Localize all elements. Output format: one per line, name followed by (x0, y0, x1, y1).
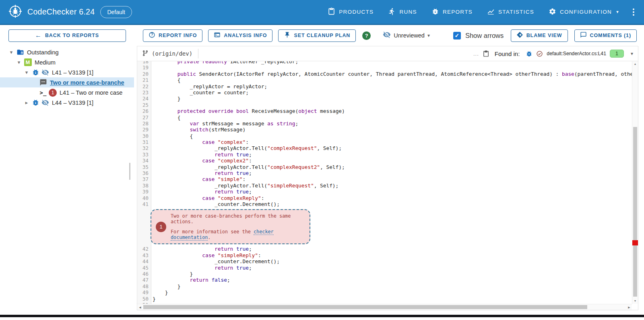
tree-row[interactable]: Two or more case-branche (0, 77, 134, 87)
line-number: 19 (137, 64, 151, 71)
app-brand[interactable]: CodeChecker 6.24 (8, 4, 95, 20)
nav-item-statistics[interactable]: STATISTICS (487, 8, 534, 17)
back-to-reports-button[interactable]: ← BACK TO REPORTS (8, 29, 126, 42)
code-line: 48 } (137, 283, 632, 289)
tree-row[interactable]: >_1L41 – Two or more case (0, 87, 134, 98)
code-line: 46 } (137, 271, 632, 277)
nav-item-label: STATISTICS (498, 9, 534, 15)
tree-row[interactable]: ▾MMedium (0, 57, 134, 67)
more-menu-icon[interactable] (631, 7, 636, 17)
set-cleanup-plan-button[interactable]: SET CLEANUP PLAN (278, 29, 356, 42)
scroll-up-arrow-icon[interactable]: ▲ (632, 61, 638, 67)
code-text: } (151, 271, 193, 277)
vertical-scrollbar[interactable]: ▲ ▼ (632, 61, 638, 304)
line-number: 42 (137, 246, 151, 252)
nav-item-runs[interactable]: RUNS (388, 8, 417, 17)
chevron-down-icon[interactable]: ▾ (7, 49, 15, 55)
help-circle-icon (149, 31, 155, 39)
git-branch-icon (142, 50, 149, 58)
show-arrows-checkbox-group[interactable]: ✓ Show arrows (453, 32, 504, 39)
line-number: 32 (137, 145, 151, 151)
scroll-left-arrow-icon[interactable]: ◀ (137, 304, 143, 310)
scroll-down-arrow-icon[interactable]: ▼ (632, 298, 638, 304)
runs-icon (388, 8, 396, 17)
code-line: 43 case "simpleReply": (137, 252, 632, 258)
folder-lock-icon (15, 48, 25, 56)
code-line: 30 { (137, 133, 632, 139)
code-text: switch(strMessage) (151, 127, 246, 133)
code-text: _replyActor.Tell("complexRequest2", Self… (151, 164, 345, 170)
code-text: private readonly IActorRef _replyActor; (151, 61, 298, 64)
configuration-icon (549, 8, 556, 17)
code-line: 44 _counter.Decrement(); (137, 258, 632, 264)
code-text: _replyActor.Tell("simpleRequest", Self); (151, 183, 339, 189)
comments-button[interactable]: COMMENTS (1) (574, 29, 637, 42)
line-number: 44 (137, 258, 151, 264)
product-badge[interactable]: Default (100, 6, 132, 18)
report-info-button[interactable]: REPORT INFO (143, 29, 202, 42)
code-text: } (151, 283, 180, 289)
chevron-down-icon[interactable]: ▾ (23, 69, 31, 75)
nav-item-products[interactable]: PRODUCTS (328, 8, 374, 17)
report-count-badge[interactable]: 1 (610, 50, 624, 58)
line-number: 41 (137, 201, 151, 207)
code-text (151, 64, 153, 71)
review-status-select[interactable]: Unreviewed ▾ (383, 31, 430, 40)
code-panel: (origin/dev) ... Found in: default:Sende… (137, 46, 638, 310)
scroll-right-arrow-icon[interactable]: ▶ (626, 304, 632, 310)
red-badge-icon: 1 (48, 89, 58, 97)
code-text: { (151, 114, 180, 121)
horizontal-scrollbar-thumb[interactable] (143, 305, 587, 309)
line-number: 31 (137, 139, 151, 145)
pin-icon (284, 31, 291, 39)
copy-path-icon[interactable] (483, 50, 489, 57)
found-in-file[interactable]: default:SenderActor.cs:L41 (547, 51, 606, 56)
codechecker-logo-icon (8, 4, 23, 20)
reports-icon (431, 8, 439, 17)
analysis-info-button[interactable]: ANALYSIS INFO (208, 29, 272, 42)
review-status-value: Unreviewed (394, 32, 425, 39)
tree-row[interactable]: ▾L41 – V3139 [1] (0, 67, 134, 77)
code-panel-header: (origin/dev) ... Found in: default:Sende… (137, 46, 638, 61)
code-line: 27 { (137, 114, 632, 121)
code-text: case "simple": (151, 176, 246, 182)
tree-row[interactable]: ▾Outstanding (0, 47, 134, 57)
code-text (151, 102, 153, 108)
nav-item-configuration[interactable]: CONFIGURATION▾ (549, 8, 619, 17)
code-text: public SenderActor(IActorRef replyActor,… (151, 71, 632, 77)
code-line: 21 { (137, 77, 632, 83)
vertical-scrollbar-thumb[interactable] (633, 127, 637, 297)
line-number: 20 (137, 71, 151, 77)
checkbox-checked-icon[interactable]: ✓ (453, 32, 461, 39)
line-number: 39 (137, 189, 151, 195)
line-number: 30 (137, 133, 151, 139)
code-line: 49 } (137, 289, 632, 295)
chevron-down-icon[interactable]: ▾ (15, 59, 23, 65)
found-in-label: Found in: (495, 50, 520, 57)
blame-icon (516, 31, 523, 39)
cleanup-help-icon[interactable]: ? (362, 31, 371, 40)
line-number: 35 (137, 164, 151, 170)
code-text: _counter.Decrement(); (151, 201, 280, 207)
line-number: 26 (137, 108, 151, 114)
tree-row[interactable]: ▸L44 – V3139 [1] (0, 98, 134, 108)
code-line: 33 return true; (137, 152, 632, 158)
code-line: 18 private readonly IActorRef _replyActo… (137, 61, 632, 64)
bug-icon (31, 99, 40, 106)
code-text: _replyActor.Tell("complexRequest", Self)… (151, 145, 342, 151)
header-divider (198, 49, 198, 58)
comment-icon (38, 79, 48, 86)
blame-view-button[interactable]: BLAME VIEW (511, 29, 568, 42)
sidebar-resize-handle[interactable] (129, 163, 130, 180)
horizontal-scrollbar[interactable]: ◀ ▶ (137, 304, 632, 310)
nav-item-reports[interactable]: REPORTS (431, 8, 473, 17)
chevron-right-icon[interactable]: ▸ (23, 100, 31, 106)
line-number: 18 (137, 61, 151, 64)
line-number: 23 (137, 89, 151, 96)
tree-label: L41 – V3139 [1] (52, 69, 93, 76)
code-line: 40 case "complexReply": (137, 195, 632, 201)
chevron-down-icon[interactable]: ▾ (631, 51, 633, 56)
nav-item-label: PRODUCTS (339, 9, 374, 15)
code-line: 28 var strMessage = message as string; (137, 121, 632, 127)
line-number: 28 (137, 121, 151, 127)
